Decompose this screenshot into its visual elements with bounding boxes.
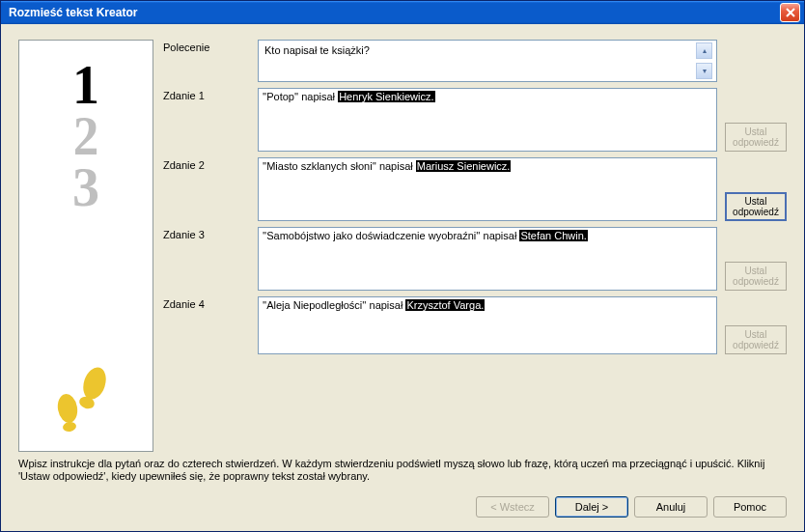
svg-point-2 xyxy=(56,392,80,424)
ustal-button-4: Ustal odpowiedź xyxy=(725,325,787,354)
zdanie4-row: Zdanie 4 ''Aleja Niepodległości'' napisa… xyxy=(163,296,787,354)
ustal-button-3: Ustal odpowiedź xyxy=(725,262,787,291)
footsteps-icon xyxy=(46,366,124,445)
zdanie1-text-pre: ''Potop'' napisał xyxy=(263,91,338,102)
svg-point-3 xyxy=(62,421,77,433)
zdanie2-text-hl: Mariusz Sieniewicz. xyxy=(416,160,512,172)
close-icon xyxy=(786,8,795,17)
polecenie-input[interactable]: Kto napisał te książki? ▴ ▾ xyxy=(258,40,717,82)
window-title: Rozmieść tekst Kreator xyxy=(9,6,137,19)
step-number-1: 1 xyxy=(72,60,99,111)
hint-text: Wpisz instrukcje dla pytań oraz do czter… xyxy=(18,458,787,483)
wizard-window: Rozmieść tekst Kreator 1 2 3 xyxy=(0,0,805,532)
polecenie-text: Kto napisał te książki? xyxy=(263,42,696,79)
zdanie4-input[interactable]: ''Aleja Niepodległości'' napisał Krzyszt… xyxy=(258,296,717,354)
titlebar: Rozmieść tekst Kreator xyxy=(1,1,804,24)
scroll-down-button[interactable]: ▾ xyxy=(696,63,712,79)
zdanie1-label: Zdanie 1 xyxy=(163,88,250,101)
step-number-3: 3 xyxy=(72,162,99,213)
button-bar: < Wstecz Dalej > Anuluj Pomoc xyxy=(1,492,804,531)
scrollbar: ▴ ▾ xyxy=(696,42,712,79)
zdanie1-row: Zdanie 1 ''Potop'' napisał Henryk Sienki… xyxy=(163,88,787,152)
zdanie3-input[interactable]: ''Samobójstwo jako doświadczenie wyobraź… xyxy=(258,227,717,291)
wizard-step-graphic: 1 2 3 xyxy=(18,40,153,452)
svg-point-0 xyxy=(79,366,109,403)
zdanie2-label: Zdanie 2 xyxy=(163,157,250,171)
polecenie-row: Polecenie Kto napisał te książki? ▴ ▾ xyxy=(163,40,787,82)
scroll-up-button[interactable]: ▴ xyxy=(696,42,712,59)
content-area: 1 2 3 Pole xyxy=(1,24,804,492)
zdanie2-row: Zdanie 2 ''Miasto szklanych słoni'' napi… xyxy=(163,157,787,221)
zdanie3-text-pre: ''Samobójstwo jako doświadczenie wyobraź… xyxy=(263,230,519,241)
zdanie4-label: Zdanie 4 xyxy=(163,296,250,310)
zdanie4-text-hl: Krzysztof Varga. xyxy=(405,299,485,311)
back-button: < Wstecz xyxy=(476,496,549,518)
zdanie2-text-pre: ''Miasto szklanych słoni'' napisał xyxy=(263,160,416,172)
zdanie3-text-hl: Stefan Chwin. xyxy=(519,230,587,241)
main-row: 1 2 3 Pole xyxy=(18,40,787,452)
ustal-button-2[interactable]: Ustal odpowiedź xyxy=(725,192,787,221)
next-button[interactable]: Dalej > xyxy=(555,496,628,518)
zdanie1-input[interactable]: ''Potop'' napisał Henryk Sienkiewicz. xyxy=(258,88,717,152)
zdanie4-text-pre: ''Aleja Niepodległości'' napisał xyxy=(263,299,405,311)
help-button[interactable]: Pomoc xyxy=(713,496,787,518)
step-number-2: 2 xyxy=(73,111,99,162)
window-close-button[interactable] xyxy=(780,3,800,22)
zdanie2-input[interactable]: ''Miasto szklanych słoni'' napisał Mariu… xyxy=(258,157,717,221)
zdanie3-label: Zdanie 3 xyxy=(163,227,250,240)
ustal-button-1: Ustal odpowiedź xyxy=(725,123,787,152)
zdanie1-text-hl: Henryk Sienkiewicz. xyxy=(338,91,434,102)
step-numbers: 1 2 3 xyxy=(72,60,99,214)
form-pane: Polecenie Kto napisał te książki? ▴ ▾ xyxy=(163,40,787,452)
polecenie-label: Polecenie xyxy=(163,40,250,53)
cancel-button[interactable]: Anuluj xyxy=(634,496,708,518)
zdanie3-row: Zdanie 3 ''Samobójstwo jako doświadczeni… xyxy=(163,227,787,291)
